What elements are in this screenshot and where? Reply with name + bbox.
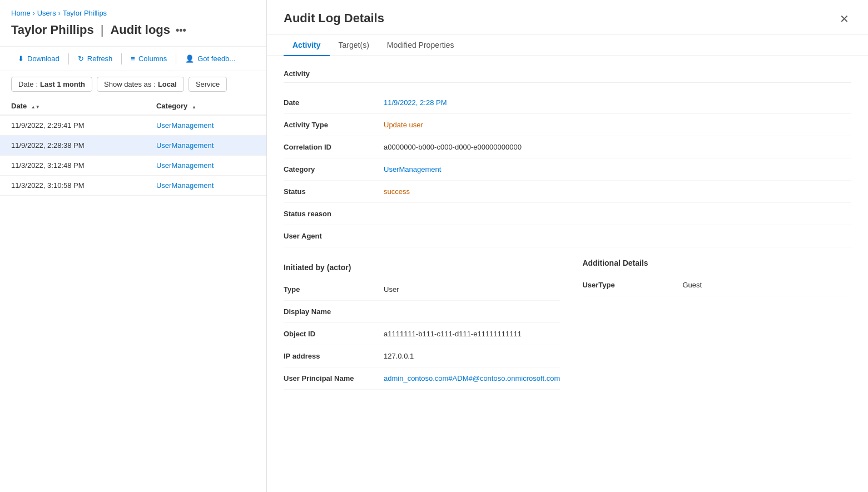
actor-ip-value: 127.0.0.1	[384, 352, 414, 360]
actor-section-title: Initiated by (actor)	[284, 263, 560, 272]
category-cell: UserManagement	[145, 115, 266, 136]
status-reason-label: Status reason	[284, 210, 384, 218]
download-icon: ⬇	[18, 54, 24, 63]
category-row: Category UserManagement	[284, 158, 851, 181]
category-cell: UserManagement	[145, 156, 266, 176]
show-dates-label: Show dates as	[104, 80, 151, 88]
page-title-name: Taylor Phillips	[11, 23, 94, 37]
user-type-label: UserType	[582, 281, 682, 289]
actor-upn-row: User Principal Name admin_contoso.com#AD…	[284, 367, 560, 390]
toolbar-divider-1	[68, 53, 69, 64]
bottom-section: Initiated by (actor) Type User Display N…	[284, 259, 851, 390]
status-label: Status	[284, 187, 384, 196]
breadcrumb-home[interactable]: Home	[11, 9, 31, 17]
service-filter-label: Service	[196, 80, 220, 88]
date-cell: 11/3/2022, 3:10:58 PM	[0, 176, 145, 196]
columns-button[interactable]: ≡ Columns	[124, 51, 173, 66]
actor-display-name-label: Display Name	[284, 307, 384, 316]
actor-type-row: Type User	[284, 279, 560, 301]
category-value[interactable]: UserManagement	[384, 165, 441, 173]
tab-targets[interactable]: Target(s)	[330, 35, 378, 56]
table-row[interactable]: 11/9/2022, 2:28:38 PM UserManagement	[0, 136, 266, 156]
correlation-id-value: a0000000-b000-c000-d000-e00000000000	[384, 143, 522, 151]
tab-activity[interactable]: Activity	[284, 35, 330, 56]
columns-icon: ≡	[131, 54, 135, 63]
additional-details-section: Additional Details UserType Guest	[582, 259, 851, 390]
category-sort-icon: ▲	[192, 105, 196, 110]
columns-label: Columns	[138, 54, 167, 63]
table-row[interactable]: 11/9/2022, 2:29:41 PM UserManagement	[0, 115, 266, 136]
user-agent-label: User Agent	[284, 232, 384, 240]
toolbar-divider-3	[176, 53, 176, 64]
category-label: Category	[284, 165, 384, 173]
additional-details-title: Additional Details	[582, 259, 851, 267]
download-button[interactable]: ⬇ Download	[11, 51, 66, 66]
user-type-value: Guest	[682, 281, 702, 289]
activity-type-row: Activity Type Update user	[284, 114, 851, 136]
table-row[interactable]: 11/3/2022, 3:10:58 PM UserManagement	[0, 176, 266, 196]
more-options-icon[interactable]: •••	[176, 24, 186, 36]
show-dates-value: Local	[158, 80, 177, 88]
panel-title: Audit Log Details	[284, 11, 384, 34]
feedback-icon: 👤	[185, 54, 194, 63]
user-agent-row: User Agent	[284, 225, 851, 247]
audit-log-table: Date ▲▼ Category ▲ 11/9/2022, 2:29:41 PM…	[0, 97, 266, 196]
service-filter[interactable]: Service	[189, 77, 227, 92]
feedback-button[interactable]: 👤 Got feedb...	[178, 51, 242, 66]
category-cell: UserManagement	[145, 136, 266, 156]
date-sort-icon: ▲▼	[31, 105, 40, 110]
panel-header: Audit Log Details ✕	[267, 0, 868, 35]
correlation-id-label: Correlation ID	[284, 143, 384, 151]
date-detail-row: Date 11/9/2022, 2:28 PM	[284, 92, 851, 114]
page-title-section: Audit logs	[110, 23, 170, 37]
refresh-label: Refresh	[87, 54, 113, 63]
show-dates-filter[interactable]: Show dates as : Local	[97, 77, 184, 92]
actor-object-id-value: a1111111-b111-c111-d111-e11111111111	[384, 330, 522, 338]
toolbar: ⬇ Download ↻ Refresh ≡ Columns 👤 Got fee…	[0, 46, 266, 71]
date-detail-label: Date	[284, 98, 384, 107]
category-cell: UserManagement	[145, 176, 266, 196]
activity-type-label: Activity Type	[284, 121, 384, 129]
left-panel: Home › Users › Taylor Phillips Taylor Ph…	[0, 0, 267, 492]
date-cell: 11/9/2022, 2:29:41 PM	[0, 115, 145, 136]
actor-type-label: Type	[284, 285, 384, 294]
right-panel: Audit Log Details ✕ Activity Target(s) M…	[267, 0, 868, 492]
user-type-row: UserType Guest	[582, 274, 851, 296]
date-column-header[interactable]: Date ▲▼	[0, 97, 145, 115]
page-title-container: Taylor Phillips | Audit logs •••	[0, 21, 266, 46]
status-reason-row: Status reason	[284, 203, 851, 225]
date-detail-value[interactable]: 11/9/2022, 2:28 PM	[384, 98, 447, 107]
actor-object-id-row: Object ID a1111111-b111-c111-d111-e11111…	[284, 323, 560, 345]
detail-tabs: Activity Target(s) Modified Properties	[267, 35, 868, 56]
actor-ip-row: IP address 127.0.0.1	[284, 345, 560, 367]
download-label: Download	[27, 54, 59, 63]
actor-object-id-label: Object ID	[284, 330, 384, 338]
actor-type-value: User	[384, 285, 399, 294]
actor-upn-value[interactable]: admin_contoso.com#ADM#@contoso.onmicroso…	[384, 374, 560, 382]
actor-ip-label: IP address	[284, 352, 384, 360]
actor-upn-label: User Principal Name	[284, 374, 384, 382]
audit-log-table-container: Date ▲▼ Category ▲ 11/9/2022, 2:29:41 PM…	[0, 97, 266, 492]
actor-display-name-row: Display Name	[284, 301, 560, 323]
actor-section: Initiated by (actor) Type User Display N…	[284, 263, 560, 390]
refresh-icon: ↻	[78, 54, 84, 63]
date-cell: 11/3/2022, 3:12:48 PM	[0, 156, 145, 176]
date-cell: 11/9/2022, 2:28:38 PM	[0, 136, 145, 156]
status-value: success	[384, 187, 410, 196]
date-filter[interactable]: Date : Last 1 month	[11, 77, 92, 92]
filter-bar: Date : Last 1 month Show dates as : Loca…	[0, 71, 266, 97]
breadcrumb-users[interactable]: Users	[37, 9, 56, 17]
panel-body: Activity Date 11/9/2022, 2:28 PM Activit…	[267, 56, 868, 492]
date-filter-value: Last 1 month	[40, 80, 85, 88]
close-button[interactable]: ✕	[837, 11, 851, 27]
tab-modified-properties[interactable]: Modified Properties	[378, 35, 463, 56]
refresh-button[interactable]: ↻ Refresh	[71, 51, 120, 66]
status-row: Status success	[284, 181, 851, 203]
category-column-header[interactable]: Category ▲	[145, 97, 266, 115]
breadcrumb-user[interactable]: Taylor Phillips	[63, 9, 107, 17]
toolbar-divider-2	[121, 53, 122, 64]
correlation-id-row: Correlation ID a0000000-b000-c000-d000-e…	[284, 136, 851, 158]
table-row[interactable]: 11/3/2022, 3:12:48 PM UserManagement	[0, 156, 266, 176]
activity-section-label: Activity	[284, 69, 851, 83]
feedback-label: Got feedb...	[197, 54, 235, 63]
